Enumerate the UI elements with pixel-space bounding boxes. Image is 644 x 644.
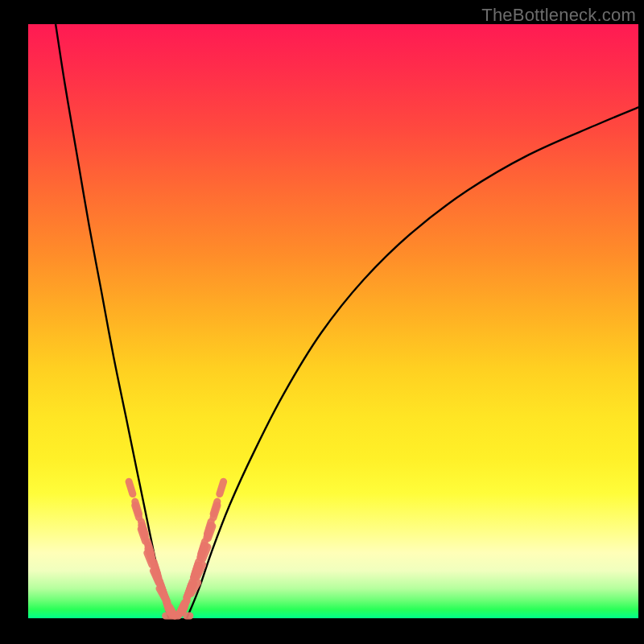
watermark-text: TheBottleneck.com	[481, 5, 636, 26]
chart-stage: TheBottleneck.com	[0, 0, 644, 644]
curve-right-arm	[187, 107, 638, 618]
curve-layer	[28, 24, 638, 618]
plot-area	[28, 24, 638, 618]
curve-left-arm	[56, 24, 168, 618]
